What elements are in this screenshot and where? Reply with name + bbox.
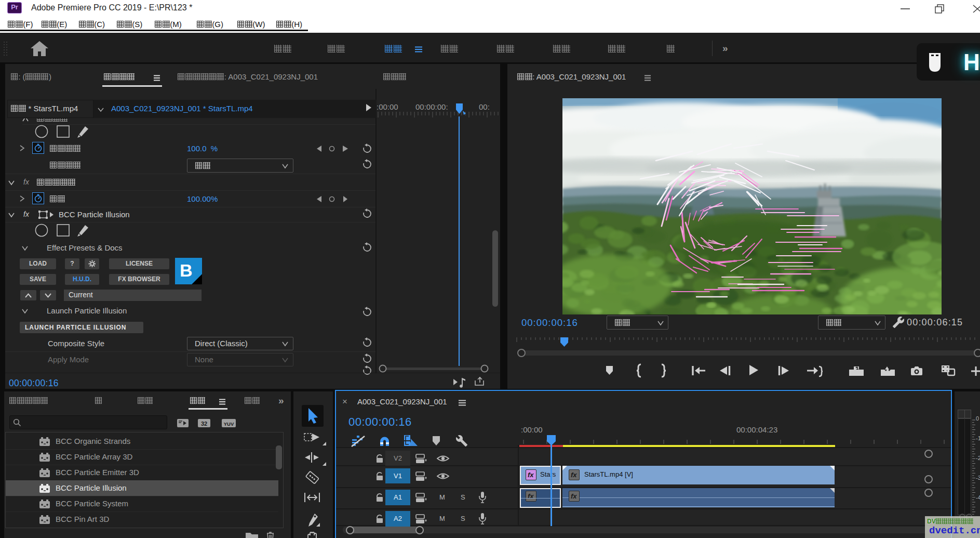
svg-text:YUV: YUV [224, 421, 234, 427]
svg-text:32: 32 [201, 421, 207, 427]
